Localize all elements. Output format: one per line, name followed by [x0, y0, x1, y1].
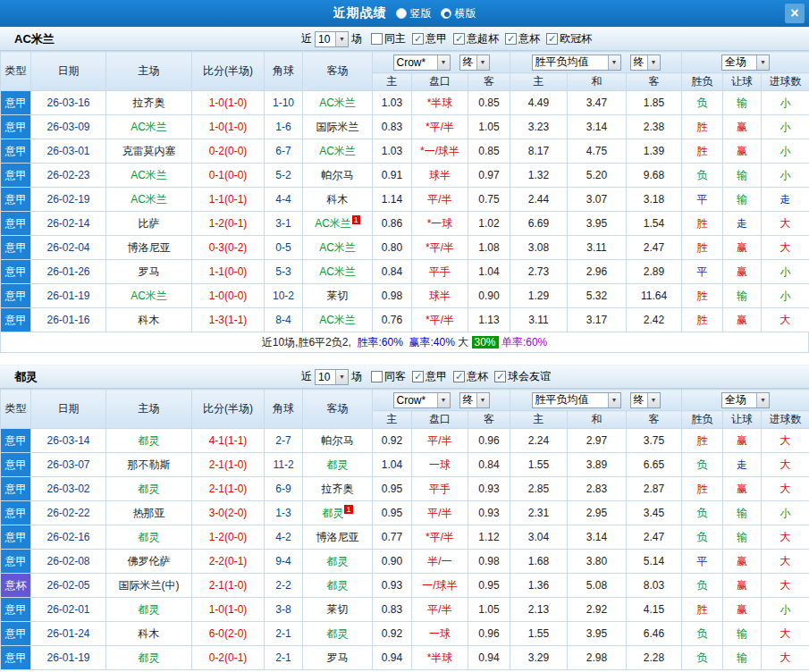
- panel-title: 近期战绩: [333, 5, 387, 21]
- subcol-header: 胜负: [682, 73, 723, 91]
- result-cell: 平: [682, 188, 723, 212]
- checkbox-icon[interactable]: ✓: [494, 371, 506, 382]
- away-odds-cell: 0.93: [468, 501, 510, 525]
- avg-home-cell: 2.31: [510, 501, 568, 525]
- odds-time-select[interactable]: 终▼: [459, 55, 490, 71]
- scope-select-value: 全场: [722, 55, 756, 70]
- filter-checkbox-意杯[interactable]: ✓意杯: [453, 369, 488, 384]
- close-icon[interactable]: ×: [785, 4, 805, 23]
- recent-count-select[interactable]: 10▼: [315, 369, 349, 385]
- league-cell: 意甲: [1, 260, 31, 284]
- avg-away-cell: 2.42: [627, 308, 682, 332]
- avg-home-cell: 2.73: [510, 260, 568, 284]
- away-odds-cell: 0.96: [468, 429, 510, 453]
- date-cell: 26-02-01: [31, 598, 106, 622]
- checkbox-icon[interactable]: ✓: [453, 371, 465, 382]
- filter-checkbox-球会友谊[interactable]: ✓球会友谊: [494, 369, 551, 384]
- handicap-result-cell: 输: [723, 646, 762, 670]
- scope-select[interactable]: 全场▼: [721, 392, 770, 408]
- away-odds-cell: 1.08: [468, 236, 510, 260]
- odds-time-select[interactable]: 终▼: [459, 392, 490, 408]
- checkbox-icon[interactable]: ✓: [453, 33, 465, 45]
- checkbox-icon[interactable]: [371, 371, 383, 382]
- home-odds-cell: 0.94: [373, 646, 412, 670]
- checkbox-icon[interactable]: ✓: [412, 33, 424, 45]
- avg-home-cell: 1.32: [510, 164, 568, 188]
- radio-vertical-icon[interactable]: [396, 8, 407, 19]
- title-group: 近期战绩 竖版 横版: [333, 5, 476, 21]
- avg-source-select[interactable]: 胜平负均值▼: [532, 392, 621, 408]
- filter-checkbox-意超杯[interactable]: ✓意超杯: [453, 31, 499, 46]
- result-cell: 负: [682, 574, 723, 598]
- avg-home-cell: 1.55: [510, 453, 568, 477]
- result-cell: 胜: [682, 429, 723, 453]
- avg-time-select[interactable]: 终▼: [630, 55, 661, 71]
- radio-horizontal-icon[interactable]: [441, 8, 451, 19]
- home-team-cell: AC米兰: [106, 188, 192, 212]
- match-row: 意甲26-02-08佛罗伦萨2-2(0-1)9-4都灵0.90半/一0.981.…: [1, 550, 809, 574]
- avg-away-cell: 2.87: [627, 477, 682, 501]
- home-team-cell: 都灵: [106, 646, 192, 670]
- corners-cell: 3-1: [265, 212, 303, 236]
- filter-checkbox-意甲[interactable]: ✓意甲: [412, 369, 447, 384]
- team-name-text: 拉齐奥: [322, 483, 354, 495]
- corners-cell: 1-3: [265, 501, 303, 525]
- away-odds-cell: 1.05: [468, 115, 510, 139]
- match-row: 意甲26-03-01克雷莫内塞0-2(0-0)6-7AC米兰1.03*一/球半0…: [1, 139, 809, 164]
- handicap-cell: 平/半: [412, 429, 468, 453]
- header-row-groups: 类型日期主场比分(半场)角球客场Crow*▼终▼胜平负均值▼终▼全场▼: [1, 52, 809, 73]
- date-cell: 26-03-14: [31, 429, 106, 453]
- filter-checkbox-同主[interactable]: 同主: [371, 31, 406, 46]
- league-cell: 意甲: [1, 501, 31, 525]
- avg-away-cell: 1.54: [627, 212, 682, 236]
- chevron-down-icon: ▼: [476, 393, 489, 407]
- filter-checkbox-意杯[interactable]: ✓意杯: [505, 31, 540, 46]
- filter-checkbox-意甲[interactable]: ✓意甲: [412, 31, 447, 46]
- subcol-header: 进球数: [762, 73, 809, 91]
- date-cell: 26-03-09: [31, 115, 106, 139]
- team-name-text: 都灵: [139, 603, 160, 616]
- team-name-text: 科木: [139, 314, 160, 326]
- checkbox-icon[interactable]: ✓: [505, 33, 517, 45]
- avg-time-select-value: 终: [631, 392, 647, 407]
- match-row: 意甲26-01-19都灵0-2(0-1)2-1罗马0.94*半球0.943.29…: [1, 646, 809, 670]
- away-odds-cell: 0.93: [468, 477, 510, 501]
- handicap-cell: 平/半: [412, 598, 468, 622]
- checkbox-icon[interactable]: [371, 33, 383, 45]
- home-team-cell: AC米兰: [106, 115, 192, 139]
- summary-text: 胜率:60%: [357, 335, 402, 350]
- recent-count-select[interactable]: 10▼: [315, 31, 349, 47]
- home-team-cell: 科木: [106, 308, 192, 332]
- filter-checkbox-欧冠杯[interactable]: ✓欧冠杯: [546, 31, 592, 46]
- team-name-text: 罗马: [139, 265, 160, 278]
- home-team-cell: AC米兰: [106, 284, 192, 308]
- layout-option-vertical[interactable]: 竖版: [396, 6, 432, 21]
- avg-draw-cell: 3.14: [568, 115, 627, 139]
- away-team-cell: 莱切: [303, 598, 373, 622]
- avg-draw-cell: 3.89: [568, 453, 627, 477]
- odds-source-select[interactable]: Crow*▼: [393, 392, 451, 408]
- avg-away-cell: 1.85: [627, 91, 682, 115]
- chevron-down-icon: ▼: [608, 393, 620, 407]
- handicap-cell: 半/一: [412, 550, 468, 574]
- avg-away-cell: 4.15: [627, 598, 682, 622]
- league-cell: 意甲: [1, 115, 31, 139]
- match-row: 意甲26-03-14都灵4-1(1-1)2-7帕尔马0.92平/半0.962.2…: [1, 429, 809, 453]
- checkbox-icon[interactable]: ✓: [412, 371, 424, 382]
- checkbox-label: 同主: [384, 31, 406, 46]
- avg-time-select[interactable]: 终▼: [630, 392, 661, 408]
- avg-source-select[interactable]: 胜平负均值▼: [532, 55, 621, 71]
- odds-source-select[interactable]: Crow*▼: [393, 55, 451, 71]
- avg-away-cell: 3.18: [627, 188, 682, 212]
- avg-home-cell: 1.55: [510, 622, 568, 646]
- home-team-cell: 都灵: [106, 598, 192, 622]
- filter-checkbox-同客[interactable]: 同客: [371, 369, 406, 384]
- corners-cell: 4-2: [265, 525, 303, 550]
- avg-home-cell: 3.23: [510, 115, 568, 139]
- checkbox-icon[interactable]: ✓: [546, 33, 558, 45]
- layout-option-horizontal[interactable]: 横版: [441, 6, 476, 21]
- section-team-name: AC米兰: [0, 31, 299, 47]
- scope-select[interactable]: 全场▼: [721, 55, 770, 71]
- league-cell: 意甲: [1, 525, 31, 550]
- date-cell: 26-01-26: [31, 260, 106, 284]
